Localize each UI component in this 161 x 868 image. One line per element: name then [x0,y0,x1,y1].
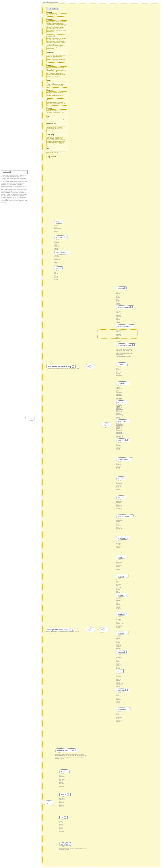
expand-icon[interactable] [125,689,128,691]
type-title: partMetaPropType [43,1,58,3]
admin-group-desc: A group of properties associated with th… [47,368,80,371]
attr-xml:lang: xml:langSpecifies the language of this p… [47,133,67,146]
el-regionDelim: regionDelim [54,251,69,254]
expand-icon[interactable] [66,252,68,254]
sequence-connector [86,627,95,632]
expand-icon[interactable] [64,236,66,238]
sequence-connector [25,416,35,421]
attr-creatoruri: creatoruriIf the property value is not d… [47,34,67,50]
el-located: located [116,362,128,366]
expand-icon[interactable] [127,382,129,384]
admin-group-name: AdministrativeMetadataGroup [48,366,71,368]
expand-icon[interactable] [126,537,128,539]
el-headline: headline [116,631,129,635]
expand-icon[interactable] [124,401,126,403]
expand-icon[interactable] [131,325,133,327]
expand-icon[interactable] [130,306,133,308]
expand-icon[interactable] [66,770,68,772]
attributes-header[interactable]: attributes [47,7,59,10]
el-urgency: urgency [116,286,128,290]
expand-icon[interactable] [125,287,127,289]
attr-seq: seqThe sequence number of the part [47,115,67,121]
attr-creator: creatorIf the property value is not defi… [47,18,67,33]
sequence-connector [102,422,111,427]
expand-icon[interactable] [59,221,62,223]
attr-why: whyWhy the metadata has been included - … [47,98,67,106]
desc-group-name: DescriptiveMetadataGroup [47,629,69,631]
expand-icon[interactable] [125,651,127,653]
el-contentModified: contentModified [116,324,134,328]
expand-icon[interactable] [72,366,74,368]
expand-icon[interactable] [67,793,69,796]
expand-icon[interactable] [123,556,125,558]
expand-icon[interactable] [130,515,132,517]
attr-whyuri: whyuriWhy the metadata has been included… [47,107,67,114]
expand-icon[interactable] [124,594,126,596]
expand-icon[interactable] [127,708,129,710]
attr-modified: modifiedThe date (and, optionally, the t… [47,51,67,63]
el-keyword: keyword [116,574,129,578]
el-edNote: edNote [59,793,71,796]
expand-icon[interactable] [120,670,122,672]
el-slugline: slugline [116,612,128,616]
root-name: partMeta [3,171,10,173]
attr-dir: dirThe directionality of textual content… [47,147,67,154]
expand-icon[interactable] [129,458,131,460]
expand-icon[interactable] [122,477,124,479]
expand-icon[interactable] [69,628,71,631]
attr-contentrefs: contentrefsA list of identifiers of XML … [47,122,67,132]
desc-group-desc: A group of properties associated with th… [46,631,81,634]
el-subject: subject [116,593,127,597]
sequence-connector [44,800,53,805]
expand-icon[interactable] [123,496,125,498]
expand-icon[interactable] [132,344,135,346]
expand-icon[interactable] [124,613,127,615]
attr-howuri: howuriIndicates by which means the value… [47,89,67,97]
expand-icon[interactable] [74,749,76,751]
el-creator: creator [116,400,127,404]
root-desc: A set of properties describing a specifi… [1,175,28,203]
expand-icon[interactable] [127,420,129,422]
attr-custom: customIf set to true the corresponding p… [47,64,67,78]
any-other: any ##other [59,842,71,846]
expand-icon[interactable] [59,267,61,269]
attributes-block: attributes partidThe identifier of the p… [47,7,67,158]
root-element: partMeta A set of properties describing … [1,170,28,203]
attr-how: howIndicates by which means the value wa… [47,79,67,88]
expand-icon[interactable] [124,363,126,365]
sequence-connector [85,364,95,369]
el-digitalSourceType: digitalSourceType [116,343,136,347]
el-dateline: dateline [116,650,128,654]
expand-icon[interactable] [10,171,13,173]
sequence-connector [99,627,108,632]
expand-icon[interactable] [64,816,66,819]
expand-icon[interactable] [125,632,127,634]
el-audience: audience [116,438,129,442]
expand-icon[interactable] [125,575,127,577]
el-language: language [116,536,129,540]
attr-any-other: any ##other [47,155,57,158]
expand-icon[interactable] [125,439,128,441]
attr-partid: partidThe identifier of the part [47,11,67,17]
el-contentCreated: contentCreated [116,305,134,309]
el-creditline: creditline [116,688,129,692]
